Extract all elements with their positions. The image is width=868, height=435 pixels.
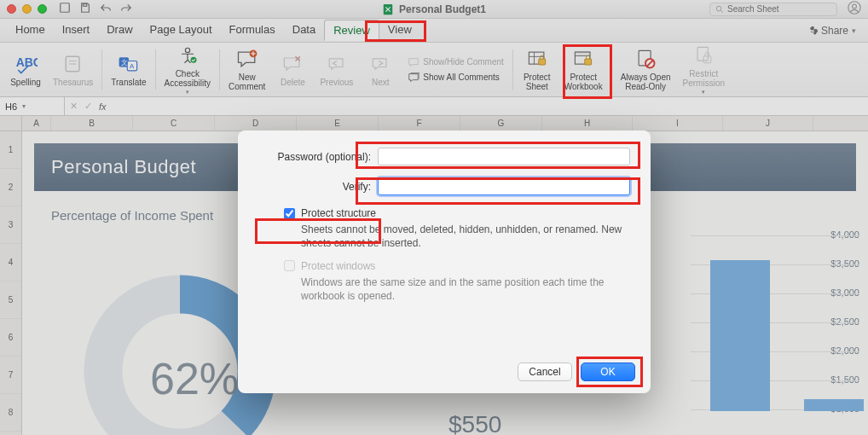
verify-input[interactable] [378, 177, 630, 195]
verify-label: Verify: [258, 181, 371, 193]
password-label: Password (optional): [258, 151, 371, 163]
protect-structure-label: Protect structure [301, 207, 376, 219]
protect-workbook-dialog: Password (optional): Verify: Protect str… [238, 130, 651, 393]
password-input[interactable] [378, 148, 630, 165]
protect-windows-label: Protect windows [301, 260, 375, 272]
protect-structure-desc: Sheets cannot be moved, deleted, hidden,… [301, 223, 625, 250]
protect-windows-desc: Windows are the same size and in the sam… [301, 276, 625, 303]
protect-structure-checkbox[interactable] [284, 208, 295, 219]
cancel-button[interactable]: Cancel [518, 362, 572, 381]
protect-windows-checkbox [284, 260, 295, 271]
ok-button[interactable]: OK [581, 362, 635, 381]
protect-structure-row[interactable]: Protect structure [284, 207, 630, 219]
protect-windows-row: Protect windows [284, 260, 630, 272]
